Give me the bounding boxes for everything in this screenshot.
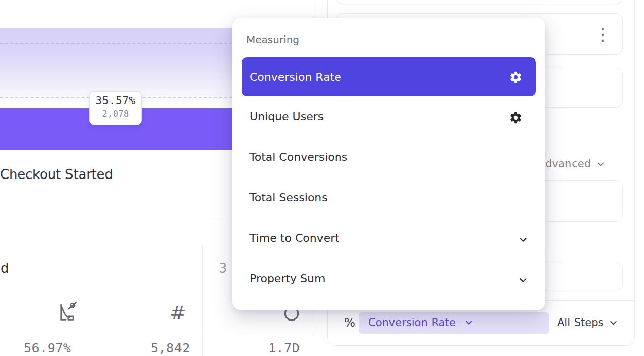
all-steps-dropdown[interactable]: All Steps bbox=[557, 316, 603, 329]
step-header-fragment: 3 bbox=[219, 261, 227, 276]
menu-item-unique-users[interactable]: Unique Users bbox=[249, 110, 533, 125]
menu-item-time-to-convert[interactable]: Time to Convert bbox=[249, 232, 533, 247]
query-step-card bbox=[336, 0, 623, 4]
divider bbox=[0, 334, 314, 334]
chevron-down-icon[interactable] bbox=[518, 275, 529, 288]
gear-icon[interactable] bbox=[509, 111, 523, 127]
menu-item-conversion-rate[interactable]: Conversion Rate bbox=[242, 57, 536, 96]
table-column-divider bbox=[202, 245, 203, 356]
conversion-rate-icon bbox=[57, 301, 78, 325]
kebab-menu-icon[interactable] bbox=[597, 26, 609, 46]
measuring-menu: Measuring Conversion Rate Unique Users T… bbox=[232, 18, 545, 310]
funnel-report-screen: 35.57% 2,078 Checkout Started d 3 # bbox=[0, 0, 644, 356]
measuring-dropdown-chip[interactable]: Conversion Rate bbox=[359, 312, 549, 334]
chevron-down-icon bbox=[463, 317, 474, 330]
metric-type-symbol: % bbox=[344, 316, 355, 329]
metric-value-conversion-rate: 56.97% bbox=[24, 341, 71, 355]
metric-value-time: 1.7D bbox=[268, 341, 300, 355]
chevron-down-icon[interactable] bbox=[608, 317, 619, 330]
step-header-fragment: d bbox=[1, 261, 9, 276]
chevron-down-icon[interactable] bbox=[518, 234, 529, 247]
menu-item-property-sum[interactable]: Property Sum bbox=[249, 272, 533, 288]
metric-value-count: 5,842 bbox=[151, 341, 190, 355]
gear-icon[interactable] bbox=[509, 70, 523, 86]
funnel-step-label: Checkout Started bbox=[0, 167, 113, 182]
count-icon: # bbox=[170, 302, 186, 324]
menu-item-total-sessions[interactable]: Total Sessions bbox=[249, 191, 533, 206]
chevron-down-icon[interactable] bbox=[596, 159, 606, 171]
menu-item-label: Conversion Rate bbox=[249, 70, 341, 83]
menu-title: Measuring bbox=[246, 33, 299, 46]
tooltip-count: 2,078 bbox=[90, 109, 141, 119]
menu-item-total-conversions[interactable]: Total Conversions bbox=[249, 151, 533, 166]
funnel-tooltip: 35.57% 2,078 bbox=[89, 91, 142, 125]
tooltip-conversion-rate: 35.57% bbox=[90, 95, 141, 107]
measuring-chip-label: Conversion Rate bbox=[368, 316, 456, 329]
